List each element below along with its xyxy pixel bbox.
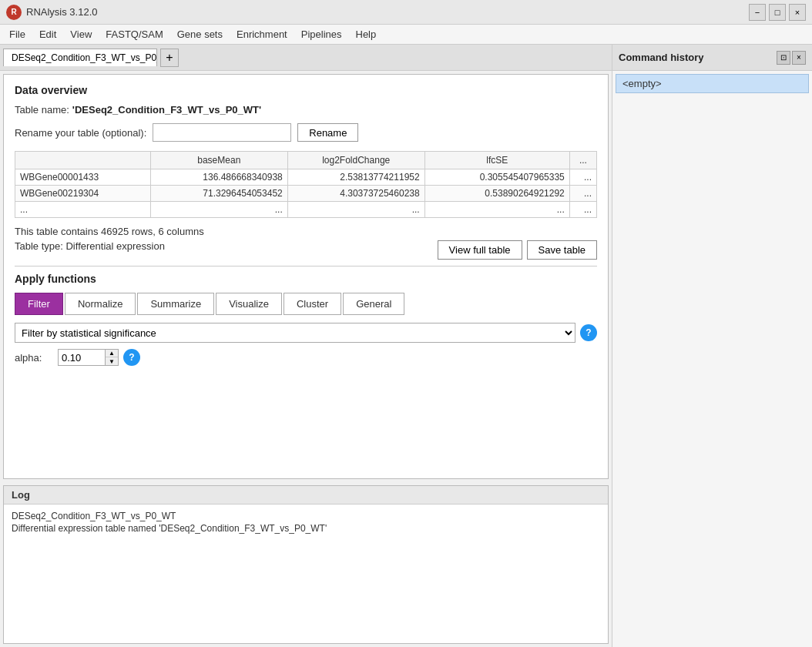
right-panel-controls: ⊡ × — [777, 51, 806, 65]
col-header-basemean: baseMean — [150, 152, 287, 169]
col-header-log2fc: log2FoldChange — [287, 152, 424, 169]
tab-cluster[interactable]: Cluster — [284, 293, 341, 315]
alpha-spinners: ▲ ▼ — [105, 350, 118, 365]
alpha-increment-button[interactable]: ▲ — [106, 350, 118, 357]
log-section: Log DESeq2_Condition_F3_WT_vs_P0_WT Diff… — [3, 485, 609, 644]
rename-input[interactable] — [153, 123, 291, 142]
log-line-1: DESeq2_Condition_F3_WT_vs_P0_WT — [12, 511, 600, 521]
table-info-block: This table contains 46925 rows, 6 column… — [15, 226, 204, 260]
tab-filter[interactable]: Filter — [15, 293, 63, 315]
right-panel-header: Command history ⊡ × — [612, 45, 812, 71]
alpha-input-wrap: ▲ ▼ — [58, 349, 119, 366]
log-content: DESeq2_Condition_F3_WT_vs_P0_WT Differen… — [4, 505, 608, 643]
filter-select[interactable]: Filter by statistical significance — [15, 323, 575, 343]
cell-log2fc-2: 4.30373725460238 — [287, 186, 424, 202]
cell-gene-1: WBGene00001433 — [15, 169, 151, 186]
log-title: Log — [4, 486, 608, 505]
alpha-decrement-button[interactable]: ▼ — [106, 357, 118, 365]
title-bar: R RNAlysis 3.12.0 − □ × — [0, 0, 812, 25]
menu-edit[interactable]: Edit — [33, 27, 62, 42]
cell-more-1: ... — [569, 169, 596, 186]
save-table-button[interactable]: Save table — [527, 240, 597, 260]
app-icon-text: R — [11, 8, 16, 16]
cell-more-2: ... — [569, 186, 596, 202]
table-row: ... ... ... ... ... — [15, 202, 597, 218]
col-header-row — [15, 152, 151, 169]
data-overview-section: Data overview Table name: 'DESeq2_Condit… — [15, 84, 597, 260]
left-panel: DESeq2_Condition_F3_WT_vs_P0_WT × + Data… — [0, 45, 612, 647]
table-type: Table type: Differential expression — [15, 240, 204, 252]
cell-lfcse-3: ... — [424, 202, 569, 218]
title-bar-controls: − □ × — [749, 4, 806, 21]
data-table: baseMean log2FoldChange lfcSE ... WBGene… — [15, 151, 597, 218]
history-item[interactable]: <empty> — [616, 74, 809, 93]
app-title: RNAlysis 3.12.0 — [26, 6, 97, 18]
menu-view[interactable]: View — [64, 27, 98, 42]
restore-panel-button[interactable]: ⊡ — [777, 51, 790, 65]
col-header-lfcse: lfcSE — [424, 152, 569, 169]
menu-file[interactable]: File — [3, 27, 32, 42]
alpha-row: alpha: ▲ ▼ ? — [15, 349, 597, 366]
close-window-button[interactable]: × — [789, 4, 806, 21]
tab-general[interactable]: General — [343, 293, 404, 315]
app-icon: R — [6, 5, 22, 20]
menu-help[interactable]: Help — [350, 27, 383, 42]
active-tab[interactable]: DESeq2_Condition_F3_WT_vs_P0_WT × — [3, 49, 157, 66]
command-history-title: Command history — [619, 52, 704, 63]
rename-row: Rename your table (optional): Rename — [15, 123, 597, 142]
filter-row: Filter by statistical significance ? — [15, 323, 597, 343]
maximize-button[interactable]: □ — [769, 4, 786, 21]
table-name-value: 'DESeq2_Condition_F3_WT_vs_P0_WT' — [72, 104, 261, 116]
cell-gene-2: WBGene00219304 — [15, 186, 151, 202]
cell-lfcse-2: 0.53890264921292 — [424, 186, 569, 202]
table-row: WBGene00001433 136.486668340938 2.538137… — [15, 169, 597, 186]
cell-basemean-1: 136.486668340938 — [150, 169, 287, 186]
main-layout: DESeq2_Condition_F3_WT_vs_P0_WT × + Data… — [0, 45, 812, 647]
tab-normalize[interactable]: Normalize — [65, 293, 136, 315]
title-bar-left: R RNAlysis 3.12.0 — [6, 5, 97, 20]
apply-functions-section: Apply functions Filter Normalize Summari… — [15, 273, 597, 366]
menu-bar: File Edit View FASTQ/SAM Gene sets Enric… — [0, 25, 812, 45]
right-panel: Command history ⊡ × <empty> — [612, 45, 812, 647]
tab-label: DESeq2_Condition_F3_WT_vs_P0_WT — [12, 52, 157, 63]
cell-more-3: ... — [569, 202, 596, 218]
alpha-label: alpha: — [15, 352, 53, 364]
col-header-more: ... — [569, 152, 596, 169]
rename-label: Rename your table (optional): — [15, 127, 146, 139]
alpha-input[interactable] — [59, 350, 105, 365]
menu-fastq-sam[interactable]: FASTQ/SAM — [99, 27, 169, 42]
rename-button[interactable]: Rename — [297, 123, 358, 142]
tab-summarize[interactable]: Summarize — [137, 293, 214, 315]
content-area: Data overview Table name: 'DESeq2_Condit… — [3, 74, 609, 479]
table-name-row: Table name: 'DESeq2_Condition_F3_WT_vs_P… — [15, 104, 597, 116]
log-line-2: Differential expression table named 'DES… — [12, 523, 600, 534]
cell-log2fc-1: 2.53813774211952 — [287, 169, 424, 186]
view-full-table-button[interactable]: View full table — [438, 240, 522, 260]
tab-visualize[interactable]: Visualize — [216, 293, 282, 315]
cell-basemean-3: ... — [150, 202, 287, 218]
alpha-help-button[interactable]: ? — [123, 349, 140, 366]
menu-gene-sets[interactable]: Gene sets — [171, 27, 229, 42]
table-row-count: This table contains 46925 rows, 6 column… — [15, 226, 204, 237]
data-overview-title: Data overview — [15, 84, 597, 96]
left-content: Data overview Table name: 'DESeq2_Condit… — [0, 71, 612, 647]
right-panel-content: <empty> — [612, 71, 812, 647]
menu-enrichment[interactable]: Enrichment — [230, 27, 294, 42]
filter-help-button[interactable]: ? — [580, 324, 597, 341]
table-name-label: Table name: — [15, 104, 69, 116]
cell-log2fc-3: ... — [287, 202, 424, 218]
cell-lfcse-1: 0.305545407965335 — [424, 169, 569, 186]
tab-bar: DESeq2_Condition_F3_WT_vs_P0_WT × + — [0, 45, 612, 71]
menu-pipelines[interactable]: Pipelines — [295, 27, 348, 42]
cell-gene-3: ... — [15, 202, 151, 218]
add-tab-button[interactable]: + — [160, 49, 179, 67]
apply-functions-title: Apply functions — [15, 273, 597, 285]
action-buttons: View full table Save table — [438, 240, 597, 260]
function-tabs: Filter Normalize Summarize Visualize Clu… — [15, 293, 597, 315]
table-row: WBGene00219304 71.3296454053452 4.303737… — [15, 186, 597, 202]
minimize-button[interactable]: − — [749, 4, 766, 21]
close-panel-button[interactable]: × — [792, 51, 806, 65]
cell-basemean-2: 71.3296454053452 — [150, 186, 287, 202]
